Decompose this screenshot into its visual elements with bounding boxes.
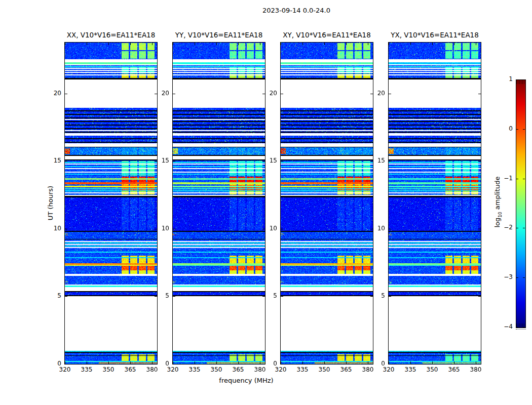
y-tick-left: [65, 161, 67, 161]
colorbar-tick-right: [523, 228, 525, 228]
x-tick-top: [432, 43, 433, 45]
x-tick-bottom: [324, 361, 325, 364]
y-tick-label: 10: [372, 225, 385, 232]
spectrogram-YX: [389, 43, 481, 364]
x-tick-top: [302, 43, 303, 45]
x-tick-top: [260, 43, 260, 45]
y-tick-left: [389, 229, 391, 229]
x-axis-label: frequency (MHz): [219, 377, 273, 384]
y-tick-left: [389, 296, 391, 297]
x-tick-label: 320: [275, 366, 287, 373]
x-tick-top: [216, 43, 217, 45]
x-tick-bottom: [368, 361, 368, 364]
x-tick-label: 350: [427, 366, 438, 373]
x-tick-bottom: [130, 361, 131, 364]
colorbar-tick-right: [523, 327, 525, 328]
x-tick-label: 365: [233, 366, 244, 373]
y-tick-label: 20: [156, 90, 169, 97]
y-tick-left: [173, 296, 175, 297]
colorbar: [516, 79, 526, 328]
y-tick-label: 5: [156, 292, 169, 299]
panel-title-XY: XY, V10*V16=EA11*EA18: [283, 31, 371, 39]
y-tick-left: [281, 94, 283, 94]
x-tick-bottom: [108, 361, 109, 364]
y-axis-label: UT (hours): [47, 186, 54, 220]
y-tick-left: [65, 229, 67, 229]
colorbar-label-pre: log: [493, 218, 501, 228]
colorbar-tick-label: 1: [487, 75, 513, 83]
y-tick-left: [281, 364, 283, 364]
y-tick-label: 20: [264, 90, 277, 97]
x-tick-bottom: [454, 361, 454, 364]
y-tick-right: [478, 229, 481, 229]
colorbar-tick-left: [516, 179, 518, 179]
x-tick-top: [152, 43, 153, 45]
x-tick-top: [65, 43, 65, 45]
y-tick-left: [173, 161, 175, 161]
x-tick-top: [238, 43, 239, 45]
y-tick-left: [389, 94, 391, 94]
colorbar-label: log10 amplitude: [493, 176, 503, 227]
y-tick-left: [389, 161, 391, 161]
x-tick-top: [368, 43, 368, 45]
y-tick-left: [389, 364, 391, 364]
colorbar-tick-right: [523, 79, 525, 80]
spectrogram-YY: [173, 43, 265, 364]
panel-title-YX: YX, V10*V16=EA11*EA18: [391, 31, 479, 39]
colorbar-tick-left: [516, 228, 518, 228]
y-tick-left: [281, 161, 283, 161]
x-tick-label: 380: [362, 366, 374, 373]
panel-XY: [280, 42, 373, 364]
figure-title: 2023-09-14 0.0-24.0: [262, 7, 330, 14]
figure: 2023-09-14 0.0-24.0 frequency (MHz) UT (…: [0, 0, 532, 405]
colorbar-tick-left: [516, 327, 518, 328]
x-tick-top: [130, 43, 131, 45]
y-tick-left: [65, 94, 67, 94]
colorbar-label-sub: 10: [498, 212, 503, 217]
x-tick-bottom: [346, 361, 347, 364]
x-tick-top: [410, 43, 411, 45]
x-tick-top: [324, 43, 325, 45]
x-tick-label: 320: [167, 366, 179, 373]
x-tick-top: [476, 43, 476, 45]
panel-YY: [172, 42, 265, 364]
y-tick-label: 15: [48, 157, 61, 164]
x-tick-bottom: [410, 361, 411, 364]
y-tick-left: [281, 296, 283, 297]
y-tick-left: [173, 364, 175, 364]
y-tick-label: 10: [156, 225, 169, 232]
x-tick-bottom: [476, 361, 476, 364]
x-tick-bottom: [216, 361, 217, 364]
x-tick-label: 335: [81, 366, 93, 373]
colorbar-tick-left: [516, 129, 518, 130]
x-tick-label: 380: [470, 366, 482, 373]
y-tick-left: [65, 364, 67, 364]
x-tick-label: 365: [340, 366, 352, 373]
x-tick-label: 335: [297, 366, 309, 373]
y-tick-label: 5: [264, 292, 277, 299]
x-tick-label: 335: [189, 366, 201, 373]
panel-XX: [64, 42, 158, 364]
y-tick-left: [281, 229, 283, 229]
x-tick-bottom: [302, 361, 303, 364]
x-tick-label: 320: [383, 366, 395, 373]
x-tick-top: [87, 43, 87, 45]
y-tick-left: [173, 94, 175, 94]
y-tick-label: 10: [48, 225, 61, 232]
x-tick-label: 335: [405, 366, 416, 373]
x-tick-bottom: [152, 361, 153, 364]
y-tick-right: [478, 94, 481, 94]
colorbar-tick-right: [523, 277, 525, 278]
x-tick-label: 380: [254, 366, 266, 373]
spectrogram-XX: [65, 43, 157, 364]
x-tick-bottom: [87, 361, 87, 364]
panel-title-XX: XX, V10*V16=EA11*EA18: [67, 31, 156, 39]
x-tick-label: 350: [103, 366, 115, 373]
y-tick-label: 5: [372, 292, 385, 299]
y-tick-label: 20: [372, 90, 385, 97]
colorbar-tick-left: [516, 277, 518, 278]
y-tick-label: 0: [264, 360, 277, 367]
x-tick-label: 320: [59, 366, 71, 373]
x-tick-bottom: [238, 361, 239, 364]
x-tick-label: 380: [146, 366, 158, 373]
